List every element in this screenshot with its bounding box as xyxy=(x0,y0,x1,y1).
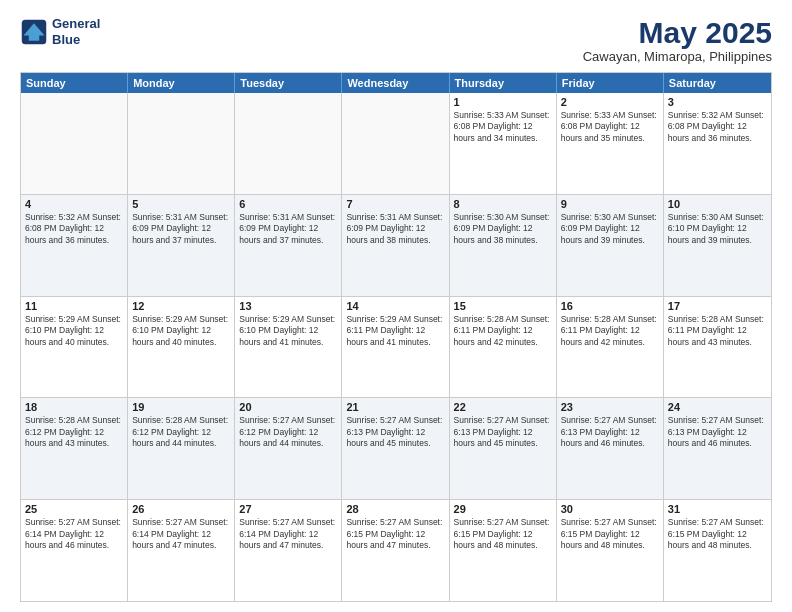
day-cell-12: 12Sunrise: 5:29 AM Sunset: 6:10 PM Dayli… xyxy=(128,297,235,398)
day-cell-13: 13Sunrise: 5:29 AM Sunset: 6:10 PM Dayli… xyxy=(235,297,342,398)
day-info: Sunrise: 5:32 AM Sunset: 6:08 PM Dayligh… xyxy=(25,212,123,246)
day-info: Sunrise: 5:30 AM Sunset: 6:10 PM Dayligh… xyxy=(668,212,767,246)
calendar: SundayMondayTuesdayWednesdayThursdayFrid… xyxy=(20,72,772,602)
day-info: Sunrise: 5:31 AM Sunset: 6:09 PM Dayligh… xyxy=(132,212,230,246)
day-number: 3 xyxy=(668,96,767,108)
week-row-4: 18Sunrise: 5:28 AM Sunset: 6:12 PM Dayli… xyxy=(21,397,771,499)
month-title: May 2025 xyxy=(583,16,772,49)
day-number: 13 xyxy=(239,300,337,312)
day-info: Sunrise: 5:29 AM Sunset: 6:10 PM Dayligh… xyxy=(25,314,123,348)
day-cell-4: 4Sunrise: 5:32 AM Sunset: 6:08 PM Daylig… xyxy=(21,195,128,296)
day-number: 21 xyxy=(346,401,444,413)
day-cell-24: 24Sunrise: 5:27 AM Sunset: 6:13 PM Dayli… xyxy=(664,398,771,499)
weeks: 1Sunrise: 5:33 AM Sunset: 6:08 PM Daylig… xyxy=(21,93,771,601)
day-info: Sunrise: 5:28 AM Sunset: 6:12 PM Dayligh… xyxy=(132,415,230,449)
day-info: Sunrise: 5:27 AM Sunset: 6:15 PM Dayligh… xyxy=(561,517,659,551)
day-info: Sunrise: 5:33 AM Sunset: 6:08 PM Dayligh… xyxy=(561,110,659,144)
day-header-sunday: Sunday xyxy=(21,73,128,93)
day-cell-14: 14Sunrise: 5:29 AM Sunset: 6:11 PM Dayli… xyxy=(342,297,449,398)
day-header-saturday: Saturday xyxy=(664,73,771,93)
day-cell-8: 8Sunrise: 5:30 AM Sunset: 6:09 PM Daylig… xyxy=(450,195,557,296)
day-header-monday: Monday xyxy=(128,73,235,93)
header: General Blue May 2025 Cawayan, Mimaropa,… xyxy=(20,16,772,64)
week-row-3: 11Sunrise: 5:29 AM Sunset: 6:10 PM Dayli… xyxy=(21,296,771,398)
day-number: 29 xyxy=(454,503,552,515)
day-number: 30 xyxy=(561,503,659,515)
day-info: Sunrise: 5:27 AM Sunset: 6:15 PM Dayligh… xyxy=(668,517,767,551)
day-info: Sunrise: 5:27 AM Sunset: 6:15 PM Dayligh… xyxy=(454,517,552,551)
day-cell-27: 27Sunrise: 5:27 AM Sunset: 6:14 PM Dayli… xyxy=(235,500,342,601)
day-info: Sunrise: 5:31 AM Sunset: 6:09 PM Dayligh… xyxy=(346,212,444,246)
day-info: Sunrise: 5:27 AM Sunset: 6:12 PM Dayligh… xyxy=(239,415,337,449)
day-cell-9: 9Sunrise: 5:30 AM Sunset: 6:09 PM Daylig… xyxy=(557,195,664,296)
day-number: 28 xyxy=(346,503,444,515)
day-header-friday: Friday xyxy=(557,73,664,93)
day-info: Sunrise: 5:27 AM Sunset: 6:14 PM Dayligh… xyxy=(132,517,230,551)
day-info: Sunrise: 5:33 AM Sunset: 6:08 PM Dayligh… xyxy=(454,110,552,144)
day-headers: SundayMondayTuesdayWednesdayThursdayFrid… xyxy=(21,73,771,93)
day-number: 2 xyxy=(561,96,659,108)
title-block: May 2025 Cawayan, Mimaropa, Philippines xyxy=(583,16,772,64)
logo-icon xyxy=(20,18,48,46)
day-cell-11: 11Sunrise: 5:29 AM Sunset: 6:10 PM Dayli… xyxy=(21,297,128,398)
day-cell-7: 7Sunrise: 5:31 AM Sunset: 6:09 PM Daylig… xyxy=(342,195,449,296)
day-info: Sunrise: 5:29 AM Sunset: 6:10 PM Dayligh… xyxy=(132,314,230,348)
week-row-5: 25Sunrise: 5:27 AM Sunset: 6:14 PM Dayli… xyxy=(21,499,771,601)
day-cell-2: 2Sunrise: 5:33 AM Sunset: 6:08 PM Daylig… xyxy=(557,93,664,194)
day-cell-21: 21Sunrise: 5:27 AM Sunset: 6:13 PM Dayli… xyxy=(342,398,449,499)
day-info: Sunrise: 5:27 AM Sunset: 6:14 PM Dayligh… xyxy=(239,517,337,551)
day-info: Sunrise: 5:32 AM Sunset: 6:08 PM Dayligh… xyxy=(668,110,767,144)
logo: General Blue xyxy=(20,16,100,47)
day-info: Sunrise: 5:30 AM Sunset: 6:09 PM Dayligh… xyxy=(454,212,552,246)
day-info: Sunrise: 5:28 AM Sunset: 6:11 PM Dayligh… xyxy=(561,314,659,348)
week-row-2: 4Sunrise: 5:32 AM Sunset: 6:08 PM Daylig… xyxy=(21,194,771,296)
day-cell-26: 26Sunrise: 5:27 AM Sunset: 6:14 PM Dayli… xyxy=(128,500,235,601)
day-number: 20 xyxy=(239,401,337,413)
day-info: Sunrise: 5:30 AM Sunset: 6:09 PM Dayligh… xyxy=(561,212,659,246)
day-header-thursday: Thursday xyxy=(450,73,557,93)
day-number: 15 xyxy=(454,300,552,312)
day-number: 19 xyxy=(132,401,230,413)
day-info: Sunrise: 5:27 AM Sunset: 6:13 PM Dayligh… xyxy=(454,415,552,449)
day-cell-25: 25Sunrise: 5:27 AM Sunset: 6:14 PM Dayli… xyxy=(21,500,128,601)
day-cell-20: 20Sunrise: 5:27 AM Sunset: 6:12 PM Dayli… xyxy=(235,398,342,499)
day-cell-28: 28Sunrise: 5:27 AM Sunset: 6:15 PM Dayli… xyxy=(342,500,449,601)
day-cell-5: 5Sunrise: 5:31 AM Sunset: 6:09 PM Daylig… xyxy=(128,195,235,296)
day-info: Sunrise: 5:27 AM Sunset: 6:15 PM Dayligh… xyxy=(346,517,444,551)
day-cell-29: 29Sunrise: 5:27 AM Sunset: 6:15 PM Dayli… xyxy=(450,500,557,601)
day-number: 22 xyxy=(454,401,552,413)
day-number: 23 xyxy=(561,401,659,413)
day-number: 17 xyxy=(668,300,767,312)
day-cell-22: 22Sunrise: 5:27 AM Sunset: 6:13 PM Dayli… xyxy=(450,398,557,499)
day-cell-19: 19Sunrise: 5:28 AM Sunset: 6:12 PM Dayli… xyxy=(128,398,235,499)
day-cell-23: 23Sunrise: 5:27 AM Sunset: 6:13 PM Dayli… xyxy=(557,398,664,499)
day-number: 9 xyxy=(561,198,659,210)
day-cell-6: 6Sunrise: 5:31 AM Sunset: 6:09 PM Daylig… xyxy=(235,195,342,296)
day-header-tuesday: Tuesday xyxy=(235,73,342,93)
day-number: 18 xyxy=(25,401,123,413)
day-cell-15: 15Sunrise: 5:28 AM Sunset: 6:11 PM Dayli… xyxy=(450,297,557,398)
day-number: 5 xyxy=(132,198,230,210)
day-info: Sunrise: 5:28 AM Sunset: 6:11 PM Dayligh… xyxy=(454,314,552,348)
day-number: 31 xyxy=(668,503,767,515)
day-info: Sunrise: 5:27 AM Sunset: 6:14 PM Dayligh… xyxy=(25,517,123,551)
day-cell-empty xyxy=(235,93,342,194)
day-cell-31: 31Sunrise: 5:27 AM Sunset: 6:15 PM Dayli… xyxy=(664,500,771,601)
day-number: 27 xyxy=(239,503,337,515)
day-info: Sunrise: 5:28 AM Sunset: 6:11 PM Dayligh… xyxy=(668,314,767,348)
day-cell-16: 16Sunrise: 5:28 AM Sunset: 6:11 PM Dayli… xyxy=(557,297,664,398)
day-number: 10 xyxy=(668,198,767,210)
day-cell-3: 3Sunrise: 5:32 AM Sunset: 6:08 PM Daylig… xyxy=(664,93,771,194)
day-number: 12 xyxy=(132,300,230,312)
day-cell-30: 30Sunrise: 5:27 AM Sunset: 6:15 PM Dayli… xyxy=(557,500,664,601)
day-number: 8 xyxy=(454,198,552,210)
day-info: Sunrise: 5:27 AM Sunset: 6:13 PM Dayligh… xyxy=(668,415,767,449)
day-number: 24 xyxy=(668,401,767,413)
logo-text: General Blue xyxy=(52,16,100,47)
day-info: Sunrise: 5:29 AM Sunset: 6:10 PM Dayligh… xyxy=(239,314,337,348)
day-number: 11 xyxy=(25,300,123,312)
day-info: Sunrise: 5:27 AM Sunset: 6:13 PM Dayligh… xyxy=(346,415,444,449)
day-info: Sunrise: 5:28 AM Sunset: 6:12 PM Dayligh… xyxy=(25,415,123,449)
day-cell-empty xyxy=(128,93,235,194)
day-number: 1 xyxy=(454,96,552,108)
